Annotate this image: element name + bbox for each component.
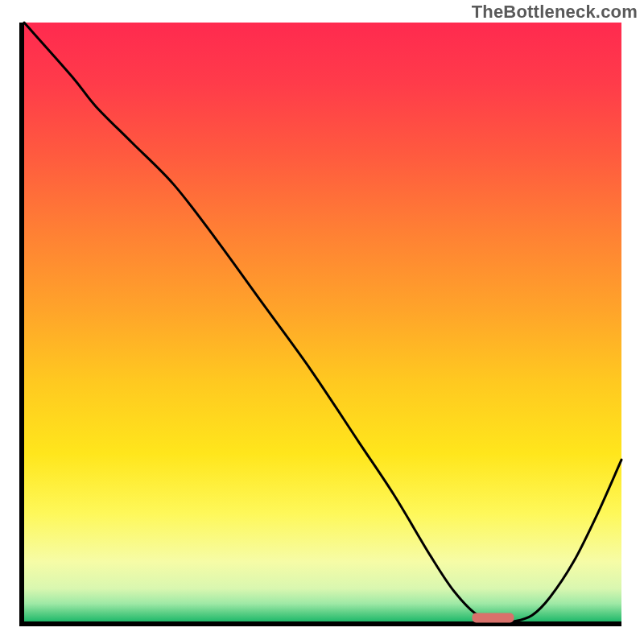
bottleneck-chart (0, 0, 644, 644)
sweet-spot-marker (473, 613, 514, 623)
axis-bottom (19, 621, 621, 626)
chart-container: TheBottleneck.com (0, 0, 644, 644)
axis-left (19, 23, 24, 626)
plot-background (24, 23, 621, 621)
